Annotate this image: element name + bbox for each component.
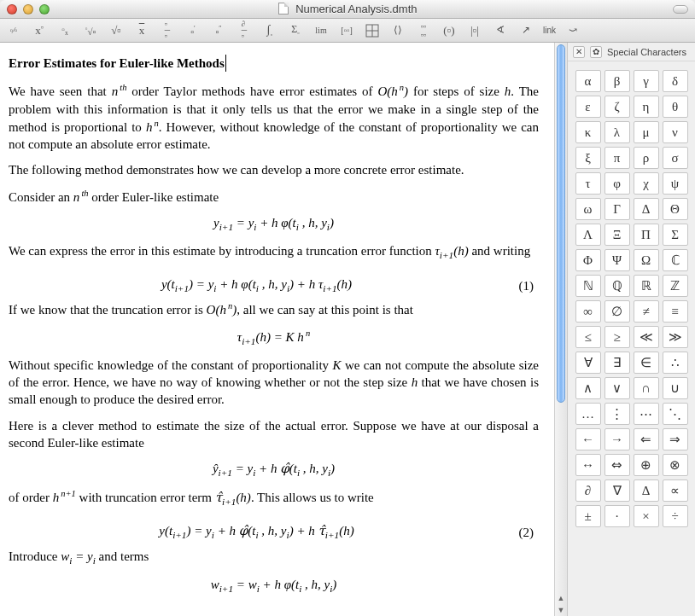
symbol-cell[interactable]: ∞ bbox=[575, 300, 601, 323]
symbol-cell[interactable]: ε bbox=[575, 96, 601, 118]
symbol-cell[interactable]: ∧ bbox=[575, 377, 601, 399]
limit-icon[interactable]: lim bbox=[312, 23, 330, 38]
symbol-cell[interactable]: Ω bbox=[634, 249, 659, 271]
nth-root-icon[interactable]: ▫√▫ bbox=[82, 23, 99, 38]
symbol-cell[interactable]: ≥ bbox=[604, 326, 630, 348]
symbol-cell[interactable]: ↔ bbox=[575, 454, 601, 476]
symbol-cell[interactable]: ≠ bbox=[634, 300, 659, 323]
symbol-cell[interactable]: ψ bbox=[663, 172, 688, 195]
symbol-cell[interactable]: ∇ bbox=[604, 479, 630, 502]
superscript-icon[interactable]: x▫ bbox=[31, 23, 48, 38]
vector-icon[interactable]: ↗ bbox=[517, 23, 534, 38]
symbol-cell[interactable]: ∅ bbox=[604, 300, 630, 323]
symbol-cell[interactable]: λ bbox=[604, 121, 630, 143]
symbol-cell[interactable]: ∴ bbox=[663, 352, 688, 374]
overbar-icon[interactable]: x bbox=[133, 23, 150, 38]
symbol-cell[interactable]: ∝ bbox=[663, 479, 688, 502]
symbol-cell[interactable]: → bbox=[604, 428, 630, 450]
symbol-cell[interactable]: τ bbox=[575, 172, 601, 195]
zoom-window-button[interactable] bbox=[39, 4, 50, 15]
symbol-cell[interactable]: π bbox=[604, 147, 630, 169]
symbol-cell[interactable]: μ bbox=[634, 121, 659, 143]
symbol-cell[interactable]: ∈ bbox=[634, 352, 659, 374]
symbol-cell[interactable]: ℤ bbox=[663, 275, 688, 297]
symbol-cell[interactable]: β bbox=[604, 70, 630, 92]
symbol-cell[interactable]: κ bbox=[575, 121, 601, 143]
symbol-cell[interactable]: ≡ bbox=[663, 300, 688, 323]
abs-icon[interactable]: |▫| bbox=[466, 23, 483, 38]
link-button[interactable]: link bbox=[543, 23, 556, 38]
symbol-cell[interactable]: ⋱ bbox=[663, 403, 688, 425]
symbol-cell[interactable]: ± bbox=[575, 505, 601, 527]
vertical-scrollbar[interactable]: ▲ ▼ bbox=[554, 43, 567, 616]
close-window-button[interactable] bbox=[7, 4, 17, 15]
symbol-cell[interactable]: ⊕ bbox=[634, 454, 659, 476]
symbol-cell[interactable]: Φ bbox=[575, 249, 601, 271]
symbol-cell[interactable]: ∩ bbox=[634, 377, 659, 399]
integral-icon[interactable]: ∫▫ bbox=[261, 23, 278, 38]
symbol-cell[interactable]: ν bbox=[663, 121, 688, 143]
sum-icon[interactable]: Σ▫ bbox=[287, 23, 304, 38]
symbol-cell[interactable]: ∀ bbox=[575, 352, 601, 374]
symbol-cell[interactable]: η bbox=[634, 96, 659, 118]
sqrt-icon[interactable]: √▫ bbox=[108, 23, 125, 38]
minimize-window-button[interactable] bbox=[23, 4, 33, 15]
symbol-cell[interactable]: Ψ bbox=[604, 249, 630, 271]
scroll-down-arrow[interactable]: ▼ bbox=[555, 604, 567, 616]
symbol-cell[interactable]: Θ bbox=[663, 198, 688, 220]
symbol-cell[interactable]: σ bbox=[663, 147, 688, 169]
parens-icon[interactable]: (▫) bbox=[441, 23, 458, 38]
symbol-cell[interactable]: ⋯ bbox=[634, 403, 659, 425]
symbol-cell[interactable]: ∃ bbox=[604, 352, 630, 374]
symbol-cell[interactable]: ω bbox=[575, 198, 601, 220]
symbol-cell[interactable]: ← bbox=[575, 428, 601, 450]
symbol-cell[interactable]: α bbox=[575, 70, 601, 92]
symbol-cell[interactable]: ≪ bbox=[634, 326, 659, 348]
box-double-icon[interactable]: ▫″ bbox=[210, 23, 227, 38]
symbol-cell[interactable]: Γ bbox=[604, 198, 630, 220]
cursor-icon[interactable]: ⤻ bbox=[564, 23, 581, 38]
symbol-cell[interactable]: Σ bbox=[663, 224, 688, 246]
symbol-cell[interactable]: ℚ bbox=[604, 275, 630, 297]
symbol-cell[interactable]: Λ bbox=[575, 224, 601, 246]
symbol-cell[interactable]: ζ bbox=[604, 96, 630, 118]
subscript-icon[interactable]: ▫x bbox=[56, 23, 73, 38]
symbol-cell[interactable]: φ bbox=[604, 172, 630, 195]
symbol-cell[interactable]: ℝ bbox=[634, 275, 659, 297]
fraction-icon[interactable]: ▫⁄▫ bbox=[5, 23, 22, 38]
angle-icon[interactable]: ∢ bbox=[492, 23, 509, 38]
grid-icon[interactable] bbox=[364, 23, 381, 38]
symbol-cell[interactable]: ⇐ bbox=[634, 428, 659, 450]
panel-gear-icon[interactable]: ✿ bbox=[590, 46, 602, 58]
symbol-cell[interactable]: ≤ bbox=[575, 326, 601, 348]
partial-fraction-icon[interactable]: ∂─▫ bbox=[236, 23, 253, 38]
symbol-cell[interactable]: ∨ bbox=[604, 377, 630, 399]
symbol-cell[interactable]: · bbox=[604, 505, 630, 527]
scroll-up-arrow[interactable]: ▲ bbox=[555, 592, 567, 604]
symbol-cell[interactable]: χ bbox=[634, 172, 659, 195]
scrollbar-thumb[interactable] bbox=[557, 44, 565, 403]
symbol-cell[interactable]: ⇔ bbox=[604, 454, 630, 476]
symbol-cell[interactable]: ρ bbox=[634, 147, 659, 169]
symbol-cell[interactable]: ⇒ bbox=[663, 428, 688, 450]
symbol-cell[interactable]: ÷ bbox=[663, 505, 688, 527]
symbol-cell[interactable]: Π bbox=[634, 224, 659, 246]
symbol-cell[interactable]: ≫ bbox=[663, 326, 688, 348]
symbol-cell[interactable]: δ bbox=[663, 70, 688, 92]
symbol-cell[interactable]: Δ bbox=[634, 198, 659, 220]
brackets-icon[interactable]: ⟨⟩ bbox=[389, 23, 406, 38]
box-super-icon[interactable]: ▫′ bbox=[184, 23, 201, 38]
symbol-cell[interactable]: … bbox=[575, 403, 601, 425]
stacked-fraction-icon[interactable]: ▫─▫ bbox=[159, 23, 176, 38]
matrix-icon[interactable]: [▫▫] bbox=[338, 23, 355, 38]
symbol-cell[interactable]: Δ bbox=[634, 479, 659, 502]
symbol-cell[interactable]: Ξ bbox=[604, 224, 630, 246]
symbol-cell[interactable]: ⊗ bbox=[663, 454, 688, 476]
dotgrid-icon[interactable]: ▫▫▫▫ bbox=[415, 23, 432, 38]
toolbar-toggle-button[interactable] bbox=[673, 5, 688, 14]
symbol-cell[interactable]: ℂ bbox=[663, 249, 688, 271]
symbol-cell[interactable]: ℕ bbox=[575, 275, 601, 297]
symbol-cell[interactable]: γ bbox=[634, 70, 659, 92]
document-content[interactable]: Error Estimates for Euler-like Methods W… bbox=[0, 43, 554, 616]
symbol-cell[interactable]: × bbox=[634, 505, 659, 527]
